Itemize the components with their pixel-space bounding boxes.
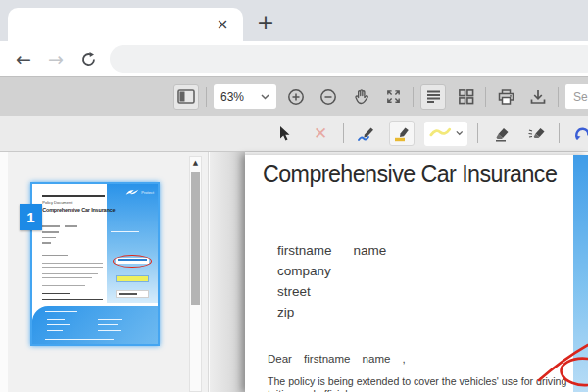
erase-annotation-tool-icon[interactable] [523,121,549,146]
toolbar-divider [477,123,478,143]
new-tab-button[interactable]: + [253,9,278,34]
thumb-rule [42,195,105,197]
document-salutation: Dear firstname name , [268,353,406,365]
thumb-logo: Protect [125,188,154,197]
viewer-toolbar: 63% [0,76,588,116]
toolbar-divider [206,87,207,107]
scroll-up-icon[interactable]: ▲ [190,159,201,167]
logo-bird-icon [125,188,139,197]
thumbnail-scrollbar[interactable]: ▲ [189,156,202,392]
annotation-toolbar: ✕ [0,116,588,152]
color-swatch-squiggle [429,126,452,140]
address-bar[interactable] [110,45,588,73]
address-firstname: firstname [277,243,332,258]
address-company: company [277,264,331,278]
viewer-background [210,152,245,392]
page-thumbnail[interactable]: Protect Policy Document Comprehensive Ca… [30,182,160,346]
toolbar-divider [343,123,344,143]
thumb-footer-band [32,306,158,344]
back-icon[interactable]: ← [10,45,37,73]
browser-window: × + ← → 63% [0,0,588,392]
thumb-doc-title: Comprehensive Car Insurance [42,207,115,213]
viewer-content: Protect Policy Document Comprehensive Ca… [0,152,588,392]
thumb-blue-column: Protect [107,184,158,303]
scrollbar-thumb[interactable] [191,172,200,305]
grid-view-button[interactable] [453,84,478,110]
continuous-view-button[interactable] [420,84,446,110]
thumbnail-panel: Protect Policy Document Comprehensive Ca… [8,152,209,392]
toolbar-divider [413,87,414,107]
sidebar-toggle-button[interactable] [173,84,199,110]
zoom-out-button[interactable] [316,84,341,110]
reload-icon[interactable] [74,45,102,73]
hand-tool-button[interactable] [348,84,373,110]
download-icon[interactable] [525,84,551,110]
thumb-red-circle-annotation [113,255,152,268]
zoom-in-button[interactable] [283,84,309,110]
zoom-level-value: 63% [220,90,253,104]
tab-close-icon[interactable]: × [214,16,231,33]
highlighter-tool-icon[interactable] [389,121,415,146]
document-page: Comprehensive Car Insurance firstnamenam… [245,155,588,392]
toolbar-divider [558,87,559,107]
forward-icon: → [42,45,70,73]
undo-icon[interactable] [569,121,588,146]
pen-tool-icon[interactable] [354,121,379,146]
document-address-block: firstnamename company street zip [277,240,386,322]
eraser-tool-icon[interactable] [488,121,514,146]
chevron-down-icon [456,130,464,136]
body-line1: The policy is being extended to cover th… [268,375,566,392]
select-tool-icon[interactable] [272,121,298,146]
navigation-bar: ← → [0,41,588,76]
browser-tab[interactable]: × [8,8,243,41]
zoom-level-dropdown[interactable]: 63% [214,84,276,109]
address-street: street [277,284,311,299]
red-circle-annotation [527,321,588,392]
highlight-color-dropdown[interactable] [424,122,467,146]
thumb-logo-text: Protect [141,190,154,195]
thumb-yellow-highlight [116,275,150,282]
thumb-doc-label: Policy Document [42,200,72,205]
address-name: name [354,243,387,258]
document-title: Comprehensive Car Insurance [263,160,557,188]
thumb-amount-field [116,290,150,297]
search-input[interactable] [565,84,588,109]
print-icon[interactable] [493,84,518,110]
toolbar-divider [485,87,486,107]
page-number-badge: 1 [20,204,42,230]
address-zip: zip [277,305,294,319]
delete-annotation-icon: ✕ [308,121,333,146]
tab-strip: × + [0,0,588,41]
chevron-down-icon [261,94,270,100]
fullscreen-icon[interactable] [380,84,406,110]
toolbar-divider [559,123,560,143]
